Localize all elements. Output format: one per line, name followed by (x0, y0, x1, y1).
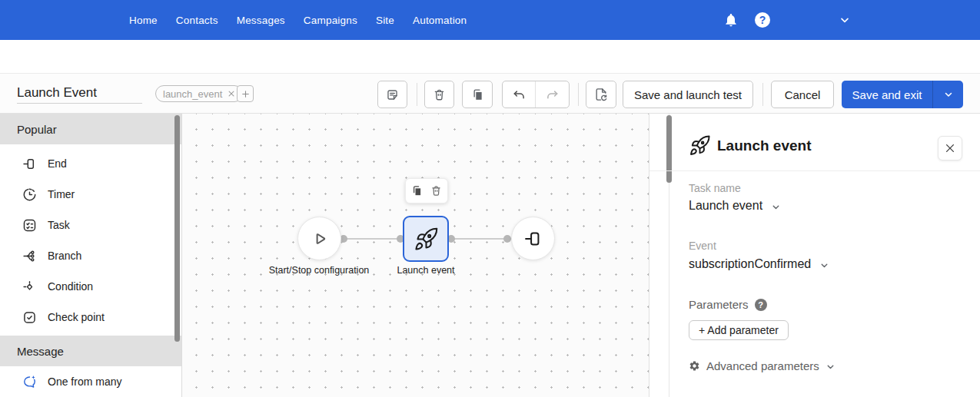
top-nav: Home Contacts Messages Campaigns Site Au… (0, 0, 980, 40)
parameters-label: Parameters (689, 298, 749, 311)
node-delete-button[interactable] (430, 184, 443, 197)
node-copy-button[interactable] (410, 184, 424, 197)
chevron-down-icon (771, 202, 781, 212)
nav-item-home[interactable]: Home (129, 15, 158, 26)
node-palette-sidebar: Popular End Timer Task Branch (0, 114, 182, 397)
restart-workflow-button[interactable] (586, 81, 616, 108)
add-parameter-button[interactable]: + Add parameter (689, 320, 789, 340)
event-value: subscriptionConfirmed (689, 257, 811, 271)
palette-item-condition[interactable]: Condition (0, 271, 181, 302)
advanced-parameters-label: Advanced parameters (706, 359, 819, 372)
undo-icon (512, 88, 527, 102)
toolbar-divider (762, 83, 763, 106)
panel-title: Launch event (717, 137, 811, 154)
palette-item-label: Condition (48, 280, 93, 293)
workflow-tag[interactable]: launch_event (155, 85, 243, 102)
end-node[interactable] (511, 217, 555, 260)
palette-item-label: Task (48, 219, 70, 231)
chevron-down-icon (826, 362, 835, 372)
start-node[interactable] (297, 217, 341, 260)
panel-divider (649, 170, 980, 171)
toolbar-divider (578, 83, 579, 106)
undo-button[interactable] (503, 81, 536, 108)
bell-icon[interactable] (721, 10, 741, 30)
palette-item-label: One from many (48, 375, 121, 388)
save-and-launch-test-button[interactable]: Save and launch test (623, 81, 753, 108)
comment-note-button[interactable] (377, 81, 407, 108)
copy-icon (470, 88, 485, 102)
chevron-down-icon (943, 89, 954, 100)
add-tag-button[interactable] (237, 85, 254, 102)
node-mini-toolbar (405, 178, 448, 203)
undo-redo-group (502, 81, 570, 108)
redo-button[interactable] (536, 81, 569, 108)
delete-button[interactable] (424, 81, 454, 108)
workflow-tag-label: launch_event (163, 88, 222, 100)
palette-section-message: Message (0, 336, 181, 366)
node-config-panel: Launch event Task name Launch event Even… (649, 114, 980, 397)
palette-item-timer[interactable]: Timer (0, 179, 181, 210)
workflow-canvas[interactable]: Start/Stop configuration Launch event (182, 114, 649, 397)
palette-item-branch[interactable]: Branch (0, 240, 181, 271)
subheader-spacer (0, 40, 980, 73)
advanced-parameters-toggle[interactable]: Advanced parameters (689, 359, 835, 372)
palette-item-task[interactable]: Task (0, 210, 181, 240)
trash-icon (430, 184, 443, 197)
nav-item-automation[interactable]: Automation (413, 15, 467, 26)
palette-item-check-point[interactable]: Check point (0, 302, 181, 332)
palette-item-label: Check point (48, 311, 105, 323)
save-and-exit-split-button: Save and exit (842, 81, 963, 108)
rocket-icon (689, 134, 711, 157)
task-name-label: Task name (689, 182, 741, 194)
sidebar-scrollbar[interactable] (174, 115, 180, 342)
save-and-exit-dropdown[interactable] (932, 81, 963, 108)
toolbar-divider (417, 83, 417, 106)
nav-item-campaigns[interactable]: Campaigns (304, 15, 357, 26)
palette-section-popular: Popular (0, 114, 181, 144)
tag-remove-icon[interactable] (228, 90, 235, 98)
event-label: Event (689, 240, 716, 252)
account-chevron-down-icon[interactable] (836, 12, 853, 28)
nav-right-controls (721, 0, 853, 40)
panel-scrollbar[interactable] (666, 115, 672, 183)
nav-item-contacts[interactable]: Contacts (176, 15, 218, 26)
task-name-select[interactable]: Launch event (689, 199, 781, 213)
automation-editor: Home Contacts Messages Campaigns Site Au… (0, 0, 980, 397)
one-from-many-icon (21, 373, 38, 390)
nav-item-site[interactable]: Site (376, 15, 394, 26)
connector-dot (503, 235, 511, 243)
timer-icon (21, 186, 38, 203)
chevron-down-icon (819, 260, 829, 270)
launch-node-label: Launch event (349, 265, 503, 276)
trash-icon (432, 88, 447, 102)
condition-icon (21, 278, 38, 295)
launch-event-node[interactable] (403, 216, 449, 262)
workflow-title-input[interactable] (17, 82, 142, 104)
branch-icon (21, 247, 38, 264)
panel-close-button[interactable] (938, 136, 962, 160)
editor-toolbar: launch_event (0, 73, 980, 114)
duplicate-button[interactable] (462, 81, 493, 108)
nav-item-messages[interactable]: Messages (237, 15, 285, 26)
cancel-button[interactable]: Cancel (771, 81, 834, 108)
redo-icon (545, 88, 560, 102)
task-name-value: Launch event (689, 199, 762, 213)
checkpoint-icon (21, 309, 38, 326)
main-nav: Home Contacts Messages Campaigns Site Au… (129, 0, 467, 40)
event-select[interactable]: subscriptionConfirmed (689, 257, 829, 271)
end-icon (523, 228, 544, 250)
document-restart-icon (593, 87, 609, 102)
help-icon[interactable] (755, 12, 770, 28)
play-icon (308, 227, 331, 250)
palette-item-label: Branch (48, 250, 81, 262)
palette-item-label: End (48, 157, 67, 170)
palette-item-end[interactable]: End (0, 148, 181, 179)
gear-icon (689, 360, 700, 372)
palette-item-one-from-many[interactable]: One from many (0, 366, 181, 397)
end-icon (21, 155, 38, 172)
palette-item-label: Timer (48, 188, 75, 200)
rocket-icon (414, 227, 439, 252)
task-icon (21, 217, 38, 233)
question-circle-icon[interactable] (755, 299, 767, 311)
save-and-exit-button[interactable]: Save and exit (842, 81, 932, 108)
